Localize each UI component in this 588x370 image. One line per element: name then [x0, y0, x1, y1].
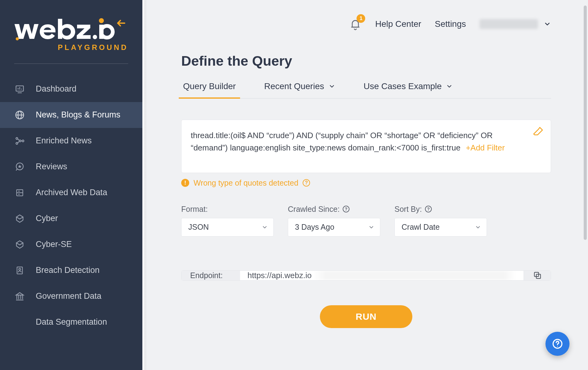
- sidebar-nav: Dashboard News, Blogs & Forums Enriched …: [0, 76, 142, 335]
- sidebar-item-breach-detection[interactable]: Breach Detection: [0, 257, 142, 283]
- cyber-se-icon: [14, 239, 25, 250]
- help-center-link[interactable]: Help Center: [375, 19, 421, 29]
- help-fab[interactable]: [545, 332, 570, 356]
- sidebar: PLAYGROUND Dashboard News, Blogs & Forum…: [0, 0, 142, 370]
- sidebar-item-label: Reviews: [36, 162, 67, 172]
- select-value: Crawl Date: [402, 223, 440, 232]
- endpoint-redacted: [313, 271, 516, 280]
- segmentation-icon: [14, 317, 25, 328]
- sidebar-item-label: Cyber: [36, 213, 58, 224]
- erase-query-icon[interactable]: [533, 126, 543, 137]
- svg-marker-21: [18, 165, 22, 168]
- chevron-down-icon: [475, 224, 481, 230]
- badge-icon: [14, 265, 25, 276]
- topbar: 1 Help Center Settings: [144, 0, 588, 31]
- graph-nodes-icon: [14, 135, 25, 146]
- brand-subtitle: PLAYGROUND: [14, 43, 128, 52]
- sidebar-item-label: Breach Detection: [36, 265, 100, 276]
- warning-icon: !: [181, 179, 189, 187]
- sidebar-item-archived[interactable]: Archived Web Data: [0, 180, 142, 206]
- tab-recent-queries[interactable]: Recent Queries: [262, 81, 337, 98]
- query-text: thread.title:(oil$ AND “crude”) AND (“su…: [191, 131, 493, 152]
- help-icon[interactable]: ?: [343, 206, 349, 212]
- sidebar-item-enriched-news[interactable]: Enriched News: [0, 128, 142, 154]
- content: Define the Query Query Builder Recent Qu…: [144, 31, 588, 370]
- sidebar-item-label: Cyber-SE: [36, 239, 72, 250]
- sidebar-item-label: News, Blogs & Forums: [36, 110, 120, 120]
- control-label-text: Crawled Since:: [288, 205, 340, 214]
- settings-link[interactable]: Settings: [435, 19, 466, 29]
- user-name-redacted: [480, 19, 538, 29]
- tab-use-cases-example[interactable]: Use Cases Example: [362, 81, 455, 98]
- svg-point-1: [16, 37, 19, 40]
- page-title: Define the Query: [181, 53, 551, 69]
- sidebar-item-label: Enriched News: [36, 136, 92, 146]
- svg-point-4: [99, 18, 104, 23]
- government-icon: [14, 291, 25, 302]
- sidebar-item-reviews[interactable]: Reviews: [0, 154, 142, 180]
- svg-line-17: [18, 139, 19, 140]
- review-star-icon: [14, 161, 25, 172]
- globe-icon: [14, 109, 25, 121]
- help-icon[interactable]: ?: [425, 206, 432, 212]
- crawled-since-select[interactable]: 3 Days Ago: [288, 218, 380, 236]
- control-format: Format: JSON: [181, 205, 274, 236]
- chevron-down-icon: [368, 224, 374, 230]
- sidebar-item-label: Dashboard: [36, 84, 76, 94]
- user-menu-trigger[interactable]: [480, 19, 551, 29]
- copy-endpoint-button[interactable]: [524, 271, 551, 280]
- sidebar-item-data-segmentation[interactable]: Data Segmentation: [0, 309, 142, 335]
- chevron-down-icon: [262, 224, 268, 230]
- svg-line-18: [18, 141, 19, 143]
- endpoint-row: Endpoint: https://api.webz.io: [181, 270, 551, 281]
- collapse-sidebar-icon[interactable]: [115, 18, 126, 28]
- control-label-text: Format:: [181, 205, 208, 214]
- archive-icon: [14, 187, 25, 198]
- tab-query-builder[interactable]: Query Builder: [181, 81, 238, 98]
- svg-marker-26: [16, 215, 23, 219]
- notifications-button[interactable]: 1: [349, 17, 361, 31]
- control-label: Crawled Since: ?: [288, 205, 380, 214]
- run-button[interactable]: RUN: [320, 305, 412, 328]
- control-crawled-since: Crawled Since: ? 3 Days Ago: [288, 205, 380, 236]
- warning-help-icon[interactable]: ?: [303, 179, 310, 187]
- add-filter-button[interactable]: +Add Filter: [466, 143, 504, 152]
- svg-point-45: [557, 346, 558, 347]
- chevron-down-icon: [544, 20, 551, 28]
- sort-by-select[interactable]: Crawl Date: [394, 218, 487, 236]
- control-label: Format:: [181, 205, 274, 214]
- sidebar-item-government-data[interactable]: Government Data: [0, 283, 142, 309]
- svg-marker-29: [16, 241, 23, 245]
- select-value: 3 Days Ago: [295, 223, 334, 232]
- control-label-text: Sort By:: [394, 205, 422, 214]
- cyber-icon: [14, 213, 25, 224]
- sidebar-item-dashboard[interactable]: Dashboard: [0, 76, 142, 102]
- svg-point-33: [19, 268, 21, 270]
- sidebar-item-label: Government Data: [36, 291, 101, 302]
- run-row: RUN: [181, 305, 551, 328]
- select-value: JSON: [188, 223, 209, 232]
- chevron-down-icon: [446, 83, 453, 90]
- format-select[interactable]: JSON: [181, 218, 274, 236]
- endpoint-visible-text: https://api.webz.io: [247, 271, 312, 280]
- endpoint-label: Endpoint:: [182, 271, 240, 280]
- main-scroll[interactable]: 1 Help Center Settings Define the Query …: [142, 0, 588, 370]
- svg-point-2: [93, 35, 97, 39]
- sidebar-item-label: Archived Web Data: [36, 187, 107, 198]
- controls-row: Format: JSON Crawled Since: ?: [181, 205, 551, 236]
- sidebar-item-news-blogs-forums[interactable]: News, Blogs & Forums: [0, 102, 142, 128]
- query-warning: ! Wrong type of quotes detected ?: [181, 179, 551, 187]
- tab-label: Use Cases Example: [364, 81, 442, 91]
- tab-label: Recent Queries: [264, 81, 324, 91]
- main: 1 Help Center Settings Define the Query …: [142, 0, 588, 370]
- dashboard-icon: [14, 84, 25, 95]
- tab-label: Query Builder: [183, 81, 236, 91]
- tabs: Query Builder Recent Queries Use Cases E…: [181, 81, 551, 99]
- query-input[interactable]: thread.title:(oil$ AND “crude”) AND (“su…: [181, 120, 551, 173]
- control-label: Sort By: ?: [394, 205, 487, 214]
- sidebar-item-cyber-se[interactable]: Cyber-SE: [0, 232, 142, 257]
- sidebar-item-label: Data Segmentation: [36, 317, 107, 327]
- sidebar-item-cyber[interactable]: Cyber: [0, 206, 142, 232]
- endpoint-value[interactable]: https://api.webz.io: [240, 271, 524, 280]
- control-sort-by: Sort By: ? Crawl Date: [394, 205, 487, 236]
